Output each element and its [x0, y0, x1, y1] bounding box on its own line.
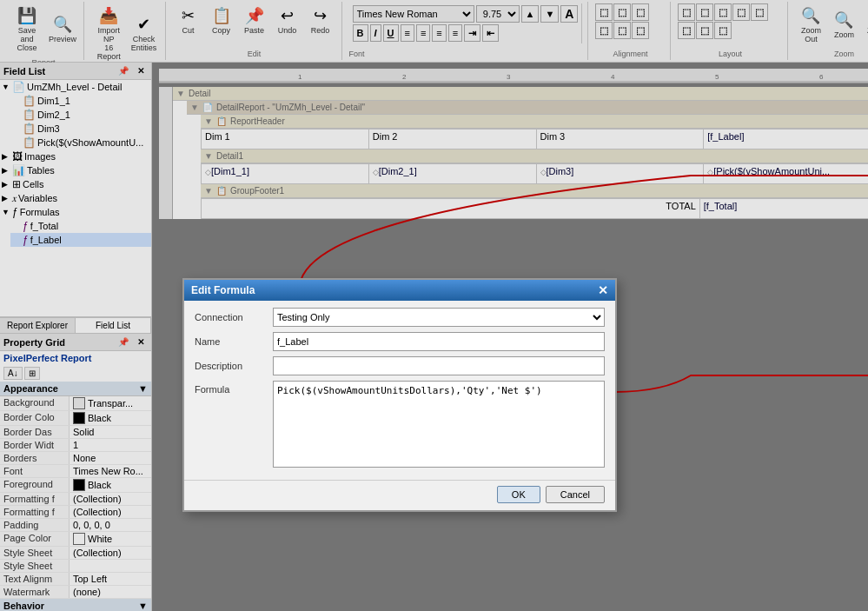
copy-button[interactable]: 📋 Copy	[206, 3, 237, 37]
indent-button[interactable]: ⇥	[464, 24, 480, 42]
prop-val-stylesheet2[interactable]	[70, 560, 151, 572]
description-input[interactable]	[273, 356, 605, 375]
field-list-pin[interactable]: 📌	[115, 64, 132, 77]
tree-item-flabel[interactable]: ƒ f_Label	[10, 233, 151, 247]
rh-cell-flabel[interactable]: [f_Label]	[704, 130, 868, 149]
align-btn-1[interactable]: ⬚	[595, 3, 613, 21]
tree-item-images[interactable]: ▶ 🖼 Images	[0, 149, 151, 163]
zoom-out-button[interactable]: 🔍 Zoom Out	[795, 3, 826, 46]
italic-button[interactable]: I	[370, 24, 381, 42]
prop-val-format1[interactable]: (Collection)	[70, 493, 151, 505]
cut-button[interactable]: ✂ Cut	[173, 3, 204, 37]
prop-val-format2[interactable]: (Collection)	[70, 506, 151, 518]
rh-cell-dim1[interactable]: Dim 1	[202, 130, 369, 149]
gf1-total-label[interactable]: TOTAL	[202, 199, 700, 218]
align-left-button[interactable]: ≡	[401, 24, 414, 42]
prop-grid-pin[interactable]: 📌	[115, 335, 132, 349]
dialog-close-button[interactable]: ✕	[598, 283, 608, 297]
connection-select[interactable]: Testing Only	[273, 308, 605, 327]
prop-val-borders[interactable]: None	[70, 452, 151, 464]
layout-btn-4[interactable]: ⬚	[732, 3, 750, 21]
layout-btn-1[interactable]: ⬚	[678, 3, 695, 21]
tree-item-report[interactable]: ▼ 📄 UmZMh_Level - Detail	[0, 80, 151, 94]
tree-item-dim3[interactable]: 📋 Dim3	[10, 122, 151, 136]
layout-btn-5[interactable]: ⬚	[751, 3, 768, 21]
font-color-btn[interactable]: A	[560, 5, 578, 23]
formula-textarea[interactable]	[273, 381, 605, 468]
d1-cell-dim1[interactable]: ◇[Dim1_1]	[202, 164, 369, 183]
outdent-button[interactable]: ⇤	[482, 24, 499, 42]
gf1-ftotal[interactable]: [f_Total]	[700, 199, 868, 218]
rh-cell-dim2[interactable]: Dim 2	[369, 130, 537, 149]
bold-button[interactable]: B	[353, 24, 368, 42]
align-btn-5[interactable]: ⬚	[613, 22, 631, 39]
prop-section-behavior-collapse[interactable]: ▼	[138, 601, 148, 611]
font-name-select[interactable]: Times New Roman	[353, 5, 474, 23]
prop-grid-close[interactable]: ✕	[134, 335, 148, 349]
prop-val-page-color[interactable]: White	[70, 532, 151, 546]
undo-button[interactable]: ↩ Undo	[272, 3, 303, 37]
tree-item-ftotal[interactable]: ƒ f_Total	[10, 219, 151, 233]
align-btn-2[interactable]: ⬚	[613, 3, 631, 21]
font-size-dec[interactable]: ▼	[540, 5, 559, 23]
d1-cell-dim2[interactable]: ◇[Dim2_1]	[369, 164, 537, 183]
prop-section-appearance-collapse[interactable]: ▼	[138, 383, 148, 394]
preview-button[interactable]: 🔍 Preview	[47, 12, 78, 46]
layout-btn-8[interactable]: ⬚	[714, 22, 732, 39]
field-list-close[interactable]: ✕	[134, 64, 148, 77]
font-size-inc[interactable]: ▲	[521, 5, 540, 23]
tree-item-dim1[interactable]: 📋 Dim1_1	[10, 94, 151, 108]
prop-sort-alpha[interactable]: A↓	[3, 367, 23, 380]
d1-cell-pick[interactable]: ◇[Pick($(vShowAmountUni...	[704, 164, 868, 183]
tab-report-explorer[interactable]: Report Explorer	[0, 318, 76, 333]
ok-button[interactable]: OK	[497, 486, 540, 503]
band-expand-icon[interactable]: ▼	[176, 89, 185, 98]
rh-cell-dim3[interactable]: Dim 3	[537, 130, 705, 149]
tab-field-list[interactable]: Field List	[76, 318, 151, 333]
zoom-button[interactable]: 🔍 Zoom	[828, 8, 859, 42]
prop-val-stylesheet1[interactable]: (Collection)	[70, 547, 151, 559]
check-entities-button[interactable]: ✔ CheckEntities	[129, 12, 160, 55]
cancel-button[interactable]: Cancel	[546, 486, 605, 503]
prop-val-watermark[interactable]: (none)	[70, 586, 151, 598]
rh-expand[interactable]: ▼	[204, 116, 213, 126]
prop-val-text-align[interactable]: Top Left	[70, 573, 151, 585]
prop-val-font[interactable]: Times New Ro...	[70, 465, 151, 477]
tree-item-variables[interactable]: ▶ 𝑥 Variables	[0, 191, 151, 205]
prop-val-border-width[interactable]: 1	[70, 439, 151, 451]
prop-val-background[interactable]: Transpar...	[70, 396, 151, 410]
align-btn-6[interactable]: ⬚	[632, 22, 649, 39]
align-center-button[interactable]: ≡	[416, 24, 430, 42]
prop-val-border-color[interactable]: Black	[70, 411, 151, 425]
tree-item-formulas[interactable]: ▼ ƒ Formulas	[0, 205, 151, 219]
layout-btn-6[interactable]: ⬚	[678, 22, 695, 39]
dialog-title-bar[interactable]: Edit Formula ✕	[184, 280, 615, 301]
d1-expand[interactable]: ▼	[204, 151, 213, 161]
tree-item-tables[interactable]: ▶ 📊 Tables	[0, 163, 151, 177]
detail-report-expand[interactable]: ▼	[190, 103, 199, 112]
redo-button[interactable]: ↪ Redo	[305, 3, 336, 37]
save-close-button[interactable]: 💾 Save and Close	[9, 3, 45, 55]
layout-btn-7[interactable]: ⬚	[696, 22, 713, 39]
layout-btn-3[interactable]: ⬚	[714, 3, 732, 21]
align-justify-button[interactable]: ≡	[448, 24, 462, 42]
prop-val-border-dash[interactable]: Solid	[70, 426, 151, 438]
tree-item-cells[interactable]: ▶ ⊞ Cells	[0, 177, 151, 191]
font-size-select[interactable]: 9.75	[476, 5, 520, 23]
align-btn-4[interactable]: ⬚	[595, 22, 613, 39]
align-btn-3[interactable]: ⬚	[632, 3, 649, 21]
gf1-expand[interactable]: ▼	[204, 186, 213, 196]
prop-sort-cat[interactable]: ⊞	[24, 367, 40, 380]
import-np-button[interactable]: 📥 Import NP16 Report	[91, 3, 127, 63]
underline-button[interactable]: U	[383, 24, 399, 42]
paste-button[interactable]: 📌 Paste	[239, 3, 270, 37]
name-input[interactable]	[273, 332, 605, 351]
layout-btn-2[interactable]: ⬚	[696, 3, 713, 21]
align-right-button[interactable]: ≡	[432, 24, 446, 42]
tree-item-dim2[interactable]: 📋 Dim2_1	[10, 108, 151, 122]
d1-cell-dim3[interactable]: ◇[Dim3]	[537, 164, 705, 183]
prop-val-padding[interactable]: 0, 0, 0, 0	[70, 519, 151, 531]
prop-val-foreground[interactable]: Black	[70, 478, 151, 492]
tree-item-pick[interactable]: 📋 Pick($(vShowAmountU...	[10, 136, 151, 149]
zoom-in-button[interactable]: 🔍 Zoom In	[861, 3, 868, 46]
